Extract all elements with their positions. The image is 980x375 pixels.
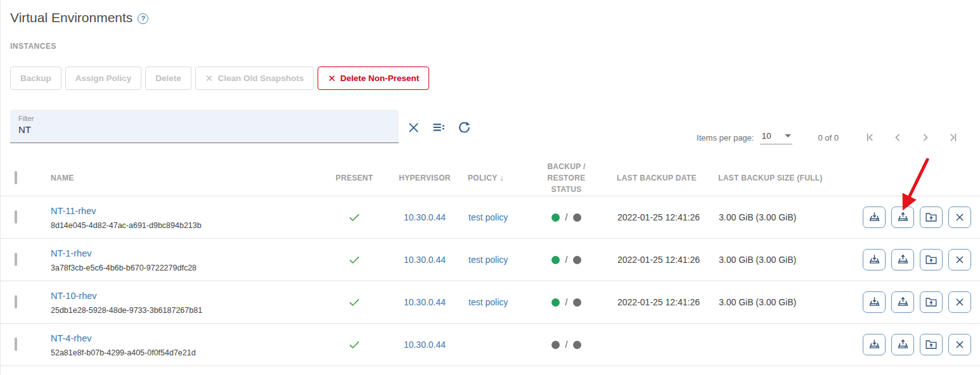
row-checkbox[interactable] — [15, 210, 17, 224]
items-per-page-select[interactable]: 10 — [760, 131, 792, 144]
table-header-row: NAME PRESENT HYPERVISOR POLICY ↓ BACKUP … — [1, 160, 980, 196]
delete-icon — [953, 253, 967, 267]
column-header-status[interactable]: BACKUP / RESTORE STATUS — [520, 161, 612, 195]
mounted-backups-icon — [924, 253, 938, 267]
mounted-backups-action-button[interactable] — [920, 334, 943, 355]
instance-name-link[interactable]: NT-4-rhev — [51, 333, 91, 343]
help-icon[interactable]: ? — [138, 13, 148, 24]
restore-action-button[interactable] — [891, 334, 914, 355]
backup-action-button[interactable] — [863, 291, 886, 313]
policy-link[interactable]: test policy — [468, 297, 508, 307]
row-checkbox[interactable] — [15, 295, 17, 308]
instance-name-link[interactable]: NT-1-rhev — [51, 248, 91, 258]
status-separator: / — [565, 212, 568, 222]
restore-action-button[interactable] — [891, 291, 914, 313]
toolbar: Backup Assign Policy Delete ✕ Clean Old … — [10, 67, 971, 90]
backup-action-button[interactable] — [863, 334, 886, 355]
column-header-last-backup-date[interactable]: LAST BACKUP DATE — [612, 172, 714, 184]
delete-action-button[interactable] — [948, 291, 971, 313]
row-checkbox[interactable] — [15, 253, 17, 266]
clear-icon — [407, 121, 420, 134]
first-page-button[interactable] — [861, 129, 879, 146]
instances-table: NAME PRESENT HYPERVISOR POLICY ↓ BACKUP … — [1, 160, 980, 366]
assign-policy-button-label: Assign Policy — [75, 73, 132, 83]
column-header-policy[interactable]: POLICY ↓ — [463, 172, 520, 184]
hypervisor-link[interactable]: 10.30.0.44 — [404, 212, 446, 222]
column-header-present[interactable]: PRESENT — [323, 172, 386, 184]
status-separator: / — [565, 340, 568, 350]
last-backup-date: 2022-01-25 12:41:26 — [612, 297, 714, 307]
items-per-page-value: 10 — [761, 131, 771, 141]
delete-action-button[interactable] — [948, 207, 971, 228]
backup-icon — [867, 253, 882, 267]
mounted-backups-action-button[interactable] — [920, 249, 943, 270]
restore-action-button[interactable] — [891, 249, 914, 270]
x-icon: ✕ — [205, 73, 214, 84]
filter-input[interactable] — [18, 124, 391, 135]
previous-page-button[interactable] — [889, 129, 906, 146]
filter-list-button[interactable] — [432, 120, 446, 134]
backup-icon — [867, 295, 882, 310]
delete-non-present-button[interactable]: ✕ Delete Non-Present — [318, 67, 429, 90]
restore-status-dot — [573, 213, 581, 222]
assign-policy-button[interactable]: Assign Policy — [65, 67, 142, 90]
last-page-button[interactable] — [945, 129, 962, 146]
backup-action-button[interactable] — [863, 249, 886, 270]
paginator-range-label: 0 of 0 — [818, 133, 839, 143]
last-page-icon — [947, 131, 960, 144]
clean-old-snapshots-button[interactable]: ✕ Clean Old Snapshots — [195, 67, 314, 90]
page-title: Virtual Environments — [10, 10, 132, 25]
table-row: NT-10-rhev 25db1e28-5928-48de-9733-3b618… — [1, 281, 980, 324]
mounted-backups-icon — [924, 295, 938, 309]
hypervisor-link[interactable]: 10.30.0.44 — [404, 340, 446, 350]
restore-action-button[interactable] — [891, 207, 914, 228]
hypervisor-link[interactable]: 10.30.0.44 — [404, 297, 446, 307]
delete-non-present-label: Delete Non-Present — [340, 73, 420, 83]
mounted-backups-icon — [924, 210, 938, 224]
table-body: NT-11-rhev 8d14e045-4d82-47ac-a691-d9bc8… — [1, 196, 980, 366]
restore-icon — [896, 253, 910, 267]
table-row: NT-11-rhev 8d14e045-4d82-47ac-a691-d9bc8… — [1, 196, 980, 239]
table-row: NT-4-rhev 52a81e8f-b07b-4299-a405-0f0f54… — [1, 324, 980, 366]
first-page-icon — [863, 131, 876, 144]
restore-icon — [896, 338, 910, 352]
backup-icon — [867, 338, 882, 352]
column-header-last-backup-size[interactable]: LAST BACKUP SIZE (FULL) — [714, 172, 848, 184]
restore-status-dot — [573, 298, 581, 307]
last-backup-date: 2022-01-25 12:41:26 — [612, 255, 714, 265]
column-header-name[interactable]: NAME — [46, 172, 323, 184]
policy-link[interactable]: test policy — [468, 255, 508, 265]
items-per-page-label: Items per page: — [697, 133, 754, 143]
hypervisor-link[interactable]: 10.30.0.44 — [404, 255, 446, 265]
delete-button[interactable]: Delete — [145, 67, 191, 90]
delete-button-label: Delete — [155, 73, 181, 83]
row-checkbox[interactable] — [15, 338, 17, 351]
delete-action-button[interactable] — [948, 334, 971, 355]
backup-status-dot — [551, 256, 560, 264]
delete-action-button[interactable] — [948, 249, 971, 270]
column-header-hypervisor[interactable]: HYPERVISOR — [386, 172, 463, 184]
delete-icon — [953, 210, 967, 224]
next-page-icon — [919, 131, 932, 144]
backup-action-button[interactable] — [863, 207, 886, 228]
present-check-icon — [348, 211, 361, 224]
refresh-button[interactable] — [457, 120, 471, 134]
instance-name-link[interactable]: NT-11-rhev — [51, 206, 96, 216]
select-all-checkbox[interactable] — [15, 171, 17, 184]
filter-field-label: Filter — [18, 115, 391, 122]
backup-button[interactable]: Backup — [10, 67, 61, 90]
previous-page-icon — [891, 131, 904, 144]
mounted-backups-action-button[interactable] — [920, 207, 943, 228]
restore-icon — [896, 295, 910, 310]
clear-filter-button[interactable] — [407, 121, 420, 134]
mounted-backups-action-button[interactable] — [920, 291, 943, 313]
filter-field[interactable]: Filter — [10, 110, 399, 143]
policy-link[interactable]: test policy — [468, 212, 508, 222]
status-separator: / — [565, 255, 568, 265]
next-page-button[interactable] — [917, 129, 934, 146]
backup-status-dot — [551, 213, 560, 222]
restore-icon — [896, 210, 910, 225]
virtual-environments-page: Virtual Environments ? INSTANCES Backup … — [1, 0, 980, 366]
status-separator: / — [565, 297, 568, 307]
instance-name-link[interactable]: NT-10-rhev — [51, 291, 97, 301]
